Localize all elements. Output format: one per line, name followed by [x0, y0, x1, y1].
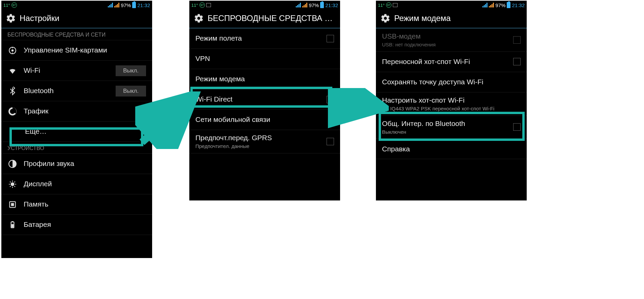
signal-sim2-icon [114, 3, 119, 7]
svg-point-1 [11, 49, 14, 51]
bluetooth-icon [7, 86, 18, 96]
signal-sim1-icon [108, 3, 113, 7]
item-label: Профили звука [24, 159, 146, 168]
header[interactable]: БЕСПРОВОДНЫЕ СРЕДСТВА И СЕ… [189, 9, 340, 28]
svg-rect-9 [11, 224, 14, 227]
battery-icon [132, 2, 136, 8]
gprs-checkbox[interactable] [327, 138, 334, 145]
clock: 21:32 [325, 2, 338, 8]
item-hotspot[interactable]: Переносной хот-спот Wi-Fi [376, 52, 527, 72]
item-label: Wi-Fi [24, 66, 116, 75]
item-label: Трафик [24, 107, 146, 115]
section-wireless: БЕСПРОВОДНЫЕ СРЕДСТВА И СЕТИ [1, 28, 152, 40]
svg-rect-8 [12, 221, 13, 222]
hotspot-checkbox[interactable] [513, 58, 521, 65]
btshare-checkbox[interactable] [513, 123, 521, 131]
item-label: Bluetooth [24, 86, 116, 95]
svg-point-4 [11, 182, 15, 186]
usb-checkbox [513, 36, 521, 44]
item-data-usage[interactable]: Трафик [1, 101, 152, 122]
item-keep-hotspot[interactable]: Сохранять точку доступа Wi-Fi [376, 72, 527, 92]
bt-toggle[interactable]: Выкл. [116, 86, 146, 97]
status-bar: 11° 97 97% 21:32 [189, 1, 340, 9]
status-bar: 11° 97 97% 21:32 [376, 1, 527, 9]
screen-settings: 11° 97 97% 21:32 Настройки БЕСПРОВОДНЫЕ … [1, 1, 152, 258]
signal-sim2-icon [489, 3, 494, 7]
item-gprs[interactable]: Предпочт.перед. GPRS Предпочтител. данны… [189, 130, 340, 153]
sim-icon [7, 45, 18, 56]
item-sim[interactable]: Управление SIM-картами [1, 40, 152, 61]
signal-sim2-icon [302, 3, 307, 7]
status-temp: 11° [191, 3, 198, 8]
item-bt-tether[interactable]: Общ. Интер. по Bluetooth Выключен [376, 116, 527, 139]
status-temp: 11° [378, 3, 385, 8]
item-label: Справка [382, 145, 521, 153]
signal-sim1-icon [296, 3, 301, 7]
item-label: Предпочт.перед. GPRS [195, 133, 327, 142]
clock: 21:32 [512, 2, 525, 8]
qs-icon: 97 [199, 2, 205, 8]
status-temp: 11° [3, 3, 10, 8]
item-sound[interactable]: Профили звука [1, 154, 152, 174]
battery-pct: 97% [309, 2, 319, 8]
item-label: Память [24, 200, 146, 209]
item-wifi[interactable]: Wi-Fi Выкл. [1, 61, 152, 81]
item-sublabel: Предпочтител. данные [195, 143, 327, 150]
svg-rect-6 [11, 203, 14, 206]
item-bluetooth[interactable]: Bluetooth Выкл. [1, 81, 152, 101]
item-label: USB-модем [382, 32, 513, 41]
item-label: Режим полета [195, 34, 327, 43]
item-label: Сохранять точку доступа Wi-Fi [382, 78, 521, 86]
item-sublabel: Fly IQ443 WPA2 PSK переносной хот-спот W… [382, 105, 521, 112]
wifi-toggle[interactable]: Выкл. [116, 65, 146, 76]
settings-gear-icon [193, 13, 204, 24]
page-title: Режим модема [394, 14, 451, 23]
item-label: Управление SIM-картами [24, 46, 146, 55]
gallery-icon [206, 3, 211, 7]
screen-tethering: 11° 97 97% 21:32 Режим модема USB-модем … [376, 1, 527, 200]
item-label: Дисплей [24, 179, 146, 188]
storage-icon [7, 199, 18, 210]
item-help[interactable]: Справка [376, 139, 527, 159]
wifi-icon [7, 66, 18, 76]
item-label: Еще… [25, 127, 146, 136]
qs-icon: 97 [386, 2, 391, 8]
item-label: Wi-Fi Direct [195, 95, 327, 104]
section-device: УСТРОЙСТВО [1, 142, 152, 154]
item-label: Настроить хот-спот Wi-Fi [382, 96, 521, 105]
item-setup-hotspot[interactable]: Настроить хот-спот Wi-Fi Fly IQ443 WPA2 … [376, 92, 527, 116]
item-more[interactable]: Еще… [1, 122, 152, 142]
header: Настройки [1, 9, 152, 28]
battery-icon [507, 2, 510, 8]
wifidirect-checkbox[interactable] [327, 96, 334, 103]
item-storage[interactable]: Память [1, 194, 152, 215]
item-sublabel: USB: нет подключения [382, 41, 513, 48]
item-airplane[interactable]: Режим полета [189, 28, 340, 49]
sound-icon [7, 159, 18, 169]
airplane-checkbox[interactable] [327, 35, 334, 42]
item-label: Переносной хот-спот Wi-Fi [382, 57, 513, 66]
item-battery[interactable]: Батарея [1, 215, 152, 235]
item-display[interactable]: Дисплей [1, 174, 152, 194]
item-label: Режим модема [195, 74, 334, 83]
battery-pct: 97% [121, 2, 131, 8]
gallery-icon [393, 3, 398, 7]
battery-pct: 97% [495, 2, 505, 8]
item-mobile-networks[interactable]: Сети мобильной связи [189, 110, 340, 130]
item-wifi-direct[interactable]: Wi-Fi Direct [189, 89, 340, 110]
item-label: Сети мобильной связи [195, 115, 334, 124]
item-label: Батарея [24, 220, 146, 229]
header[interactable]: Режим модема [376, 9, 527, 28]
item-tethering[interactable]: Режим модема [189, 69, 340, 89]
battery-menu-icon [7, 220, 18, 230]
data-usage-icon [7, 106, 18, 116]
item-sublabel: Выключен [382, 129, 513, 135]
item-label: VPN [195, 54, 334, 63]
page-title: Настройки [20, 14, 59, 23]
screen-wireless-more: 11° 97 97% 21:32 БЕСПРОВОДНЫЕ СРЕДСТВА И… [189, 1, 340, 200]
item-vpn[interactable]: VPN [189, 49, 340, 69]
signal-sim1-icon [482, 3, 487, 7]
settings-gear-icon [5, 13, 16, 24]
item-usb-tether: USB-модем USB: нет подключения [376, 28, 527, 52]
qs-icon: 97 [11, 2, 17, 8]
